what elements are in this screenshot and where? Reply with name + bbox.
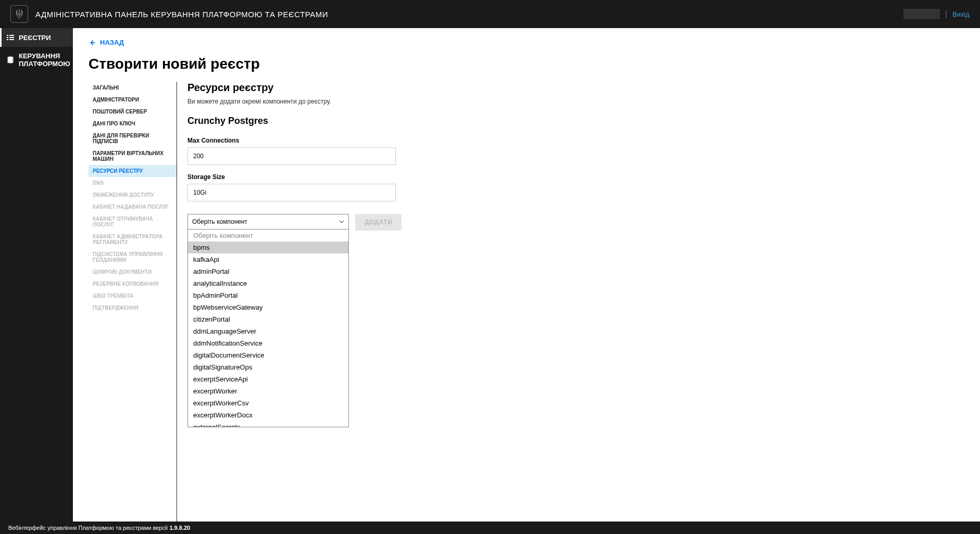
storage-size-label: Storage Size xyxy=(187,173,964,181)
app-body: РЕЄСТРИКЕРУВАННЯ ПЛАТФОРМОЮ НАЗАД Створи… xyxy=(0,28,980,522)
footer-version: 1.9.8.20 xyxy=(169,525,190,531)
dropdown-option-citizenPortal[interactable]: citizenPortal xyxy=(188,313,348,325)
list-icon xyxy=(6,33,15,42)
user-name-placeholder xyxy=(903,9,940,19)
dropdown-option-bpms[interactable]: bpms xyxy=(188,241,348,253)
app-logo xyxy=(10,5,28,23)
sidebar-item-label: РЕЄСТРИ xyxy=(19,34,51,42)
svg-rect-3 xyxy=(9,37,14,38)
trident-icon xyxy=(15,8,24,20)
dropdown-option-excerptServiceApi[interactable]: excerptServiceApi xyxy=(188,373,348,385)
main-content: НАЗАД Створити новий реєстр ЗАГАЛЬНІАДМІ… xyxy=(73,28,980,522)
storage-size-input[interactable] xyxy=(187,184,396,201)
svg-point-8 xyxy=(7,61,14,63)
dropdown-option-digitalSignatureOps[interactable]: digitalSignatureOps xyxy=(188,361,348,373)
dropdown-option-excerptWorkerCsv[interactable]: excerptWorkerCsv xyxy=(188,397,348,409)
component-dropdown[interactable]: Оберіть компонентbpmskafkaApiadminPortal… xyxy=(187,230,349,427)
dropdown-option-excerptWorkerDocx[interactable]: excerptWorkerDocx xyxy=(188,409,348,421)
step-item-9: КАБІНЕТ НАДАВАЧА ПОСЛУГ xyxy=(89,201,177,213)
svg-rect-2 xyxy=(7,37,8,38)
step-item-6[interactable]: РЕСУРСИ РЕЄСТРУ xyxy=(89,165,177,177)
step-item-12: ПІДСИСТЕМА УПРАВЛІННЯ ГЕОДАНИМИ xyxy=(89,248,177,266)
component-select[interactable]: Оберіть компонент xyxy=(187,214,349,230)
step-item-3[interactable]: ДАНІ ПРО КЛЮЧ xyxy=(89,118,177,130)
back-link[interactable]: НАЗАД xyxy=(89,39,964,46)
field-storage-size: Storage Size xyxy=(187,173,964,201)
step-item-14: РЕЗЕРВНЕ КОПІЮВАННЯ xyxy=(89,278,177,290)
dropdown-option-digitalDocumentService[interactable]: digitalDocumentService xyxy=(188,349,348,361)
subsection-title: Crunchy Postgres xyxy=(187,116,964,126)
svg-rect-5 xyxy=(9,39,14,40)
back-label: НАЗАД xyxy=(100,39,124,46)
svg-rect-1 xyxy=(9,35,14,36)
logout-link[interactable]: Вихід xyxy=(952,10,970,18)
divider: | xyxy=(945,9,947,19)
add-component-row: Оберіть компонент Оберіть компонентbpmsk… xyxy=(187,214,964,231)
app-title: АДМІНІСТРАТИВНА ПАНЕЛЬ КЕРУВАННЯ ПЛАТФОР… xyxy=(35,10,328,19)
add-button[interactable]: ДОДАТИ xyxy=(355,214,401,231)
dropdown-option-ddmLanguageServer[interactable]: ddmLanguageServer xyxy=(188,325,348,337)
step-item-13: ЦИФРОВІ ДОКУМЕНТИ xyxy=(89,266,177,278)
component-select-value: Оберіть компонент xyxy=(192,218,247,225)
page-title: Створити новий реєстр xyxy=(89,56,964,72)
stack-icon xyxy=(6,56,15,64)
form-area: Ресурси реєстру Ви можете додати окремі … xyxy=(187,82,964,522)
step-item-10: КАБІНЕТ ОТРИМУВАЧА ПОСЛУГ xyxy=(89,213,177,231)
dropdown-option-bpAdminPortal[interactable]: bpAdminPortal xyxy=(188,289,348,301)
max-connections-input[interactable] xyxy=(187,147,396,165)
section-title: Ресурси реєстру xyxy=(187,82,964,94)
app-footer: Вебінтерфейс управління Платформою та ре… xyxy=(0,522,980,534)
dropdown-option-excerptWorker[interactable]: excerptWorker xyxy=(188,385,348,397)
footer-text: Вебінтерфейс управління Платформою та ре… xyxy=(8,525,168,531)
step-item-5[interactable]: ПАРАМЕТРИ ВІРТУАЛЬНИХ МАШИН xyxy=(89,147,177,165)
sidebar-item-1[interactable]: КЕРУВАННЯ ПЛАТФОРМОЮ xyxy=(0,47,73,73)
component-select-wrap: Оберіть компонент Оберіть компонентbpmsk… xyxy=(187,214,349,230)
arrow-left-icon xyxy=(89,39,96,46)
step-item-8: ОБМЕЖЕННЯ ДОСТУПУ xyxy=(89,189,177,201)
wizard-steps: ЗАГАЛЬНІАДМІНІСТРАТОРИПОШТОВИЙ СЕРВЕРДАН… xyxy=(89,82,177,522)
step-item-2[interactable]: ПОШТОВИЙ СЕРВЕР xyxy=(89,106,177,118)
app-header: АДМІНІСТРАТИВНА ПАНЕЛЬ КЕРУВАННЯ ПЛАТФОР… xyxy=(0,0,980,28)
header-left: АДМІНІСТРАТИВНА ПАНЕЛЬ КЕРУВАННЯ ПЛАТФОР… xyxy=(10,5,328,23)
field-max-connections: Max Connections xyxy=(187,137,964,165)
step-item-16: ПІДТВЕРДЖЕННЯ xyxy=(89,302,177,314)
chevron-down-icon xyxy=(339,219,344,224)
header-right: | Вихід xyxy=(903,9,970,19)
dropdown-option-analyticalInstance[interactable]: analyticalInstance xyxy=(188,277,348,289)
svg-rect-4 xyxy=(7,39,8,40)
sidebar-item-label: КЕРУВАННЯ ПЛАТФОРМОЮ xyxy=(19,52,70,68)
max-connections-label: Max Connections xyxy=(187,137,964,144)
content-row: ЗАГАЛЬНІАДМІНІСТРАТОРИПОШТОВИЙ СЕРВЕРДАН… xyxy=(89,82,964,522)
dropdown-option-ddmNotificationService[interactable]: ddmNotificationService xyxy=(188,337,348,349)
step-item-1[interactable]: АДМІНІСТРАТОРИ xyxy=(89,94,177,106)
sidebar: РЕЄСТРИКЕРУВАННЯ ПЛАТФОРМОЮ xyxy=(0,28,73,522)
step-item-7: DNS xyxy=(89,177,177,189)
sidebar-item-0[interactable]: РЕЄСТРИ xyxy=(0,28,73,47)
step-item-11: КАБІНЕТ АДМІНІСТРАТОРА РЕГЛАМЕНТУ xyxy=(89,231,177,248)
section-desc: Ви можете додати окремі компоненти до ре… xyxy=(187,98,964,105)
svg-rect-0 xyxy=(7,35,8,36)
step-item-0[interactable]: ЗАГАЛЬНІ xyxy=(89,82,177,94)
dropdown-option-bpWebserviceGateway[interactable]: bpWebserviceGateway xyxy=(188,301,348,313)
dropdown-option-adminPortal[interactable]: adminPortal xyxy=(188,265,348,277)
dropdown-option-externalSecrets[interactable]: externalSecrets xyxy=(188,421,348,427)
dropdown-option-kafkaApi[interactable]: kafkaApi xyxy=(188,253,348,265)
step-item-4[interactable]: ДАНІ ДЛЯ ПЕРЕВІРКИ ПІДПИСІВ xyxy=(89,130,177,147)
dropdown-placeholder: Оберіть компонент xyxy=(188,230,348,241)
step-item-15: ШБО ТРЕМБІТА xyxy=(89,290,177,302)
